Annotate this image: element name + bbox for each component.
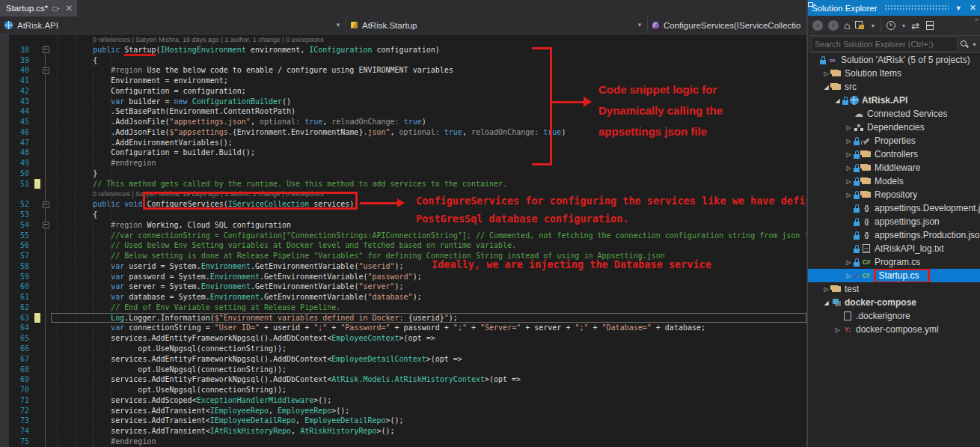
code-line-48[interactable]: 48 Configuration = builder.Build(); bbox=[0, 148, 806, 158]
tree-item-properties[interactable]: ▷Properties bbox=[808, 134, 980, 148]
breakpoint-margin[interactable] bbox=[0, 127, 9, 138]
breakpoint-margin[interactable] bbox=[0, 97, 9, 107]
tree-item-dockerignore[interactable]: .dockerignore bbox=[808, 309, 980, 323]
code-text[interactable]: // This method gets called by the runtim… bbox=[51, 179, 806, 189]
code-line-57[interactable]: 57 // Below setting is done at Release P… bbox=[0, 251, 806, 261]
toolbar-overflow-button[interactable]: » bbox=[975, 16, 979, 23]
breakpoint-margin[interactable] bbox=[0, 210, 9, 220]
breakpoint-margin[interactable] bbox=[0, 333, 9, 344]
code-text[interactable]: services.AddTransient<IEmployeeDetailRep… bbox=[51, 416, 806, 426]
code-text[interactable]: 0 references | Satyen Mishra, 19 days ag… bbox=[51, 34, 806, 45]
breakpoint-margin[interactable] bbox=[0, 55, 9, 66]
breakpoint-margin[interactable] bbox=[0, 158, 9, 168]
code-text[interactable]: #region Working, Cloud SQL configuration bbox=[51, 220, 806, 231]
tree-item-middleware[interactable]: ▷Middleware bbox=[808, 161, 980, 174]
expander-collapsed-icon[interactable]: ▷ bbox=[844, 124, 854, 131]
breakpoint-margin[interactable] bbox=[0, 138, 9, 148]
tree-item-startup-cs[interactable]: ▷✓C#Startup.cs bbox=[808, 269, 980, 282]
breakpoint-margin[interactable] bbox=[0, 189, 9, 199]
tree-item-solution-items[interactable]: ▷Solution Items bbox=[808, 67, 980, 80]
breakpoint-margin[interactable] bbox=[0, 86, 9, 97]
code-text[interactable]: // End of Env Variable setting at Releas… bbox=[51, 302, 806, 313]
code-text[interactable]: #endregion bbox=[51, 158, 806, 168]
sync-with-active-document-button[interactable]: ⇄ bbox=[911, 20, 919, 31]
tree-item-repository[interactable]: ▷Repository bbox=[808, 188, 980, 201]
tree-item-controllers[interactable]: ▷Controllers bbox=[808, 148, 980, 161]
project-dropdown[interactable]: AtRisk.API ▼ bbox=[0, 16, 346, 34]
solution-explorer-title-bar[interactable]: Solution Explorer ▼ ✕ bbox=[808, 0, 980, 16]
code-text[interactable]: services.AddTransient<IAtRiskHistoryRepo… bbox=[51, 426, 806, 437]
code-text[interactable]: 0 references | Satyen Mishra, 19 days ag… bbox=[51, 189, 806, 199]
code-line-55[interactable]: 55 //var connectionString = Configuratio… bbox=[0, 231, 806, 241]
code-text[interactable]: // Used below Env Setting variables at D… bbox=[51, 240, 806, 251]
code-text[interactable]: var userid = System.Environment.GetEnvir… bbox=[51, 261, 806, 272]
breakpoint-margin[interactable] bbox=[0, 416, 9, 426]
collapse-toggle-icon[interactable]: – bbox=[43, 222, 49, 228]
breakpoint-margin[interactable] bbox=[0, 65, 9, 76]
collapse-toggle-icon[interactable]: – bbox=[43, 67, 49, 74]
breakpoint-margin[interactable] bbox=[0, 374, 9, 385]
code-text[interactable]: services.AddEntityFrameworkNpgsql().AddD… bbox=[51, 354, 806, 365]
expander-expanded-icon[interactable]: ◢ bbox=[821, 84, 831, 91]
code-editor[interactable]: 0 references | Satyen Mishra, 19 days ag… bbox=[0, 34, 806, 447]
breakpoint-margin[interactable] bbox=[0, 45, 9, 55]
breakpoint-margin[interactable] bbox=[0, 106, 9, 117]
tree-item-appsettings-json[interactable]: {}appsettings.json bbox=[808, 215, 980, 228]
code-text[interactable]: services.AddTransient<IEmployeeRepo, Emp… bbox=[51, 406, 806, 416]
expander-collapsed-icon[interactable]: ▷ bbox=[844, 273, 854, 279]
expander-collapsed-icon[interactable]: ▷ bbox=[833, 326, 842, 333]
breakpoint-margin[interactable] bbox=[0, 323, 9, 333]
code-line-53[interactable]: 53 { bbox=[0, 210, 806, 220]
code-line-60[interactable]: 60 var server = System.Environment.GetEn… bbox=[0, 282, 806, 292]
breakpoint-margin[interactable] bbox=[0, 282, 9, 292]
code-line-40[interactable]: 40– #region Use the below code to enable… bbox=[0, 65, 806, 76]
tree-item-appsettings-production-json[interactable]: {}appsettings.Production.json bbox=[808, 228, 980, 242]
tree-item-src[interactable]: ◢src bbox=[808, 80, 980, 94]
tree-item-atrisk-api[interactable]: ◢AtRisk.API bbox=[808, 94, 980, 107]
breakpoint-margin[interactable] bbox=[0, 261, 9, 272]
code-line-75[interactable]: 75 #endregion bbox=[0, 437, 806, 447]
code-line-38[interactable]: 38– public Startup(IHostingEnvironment e… bbox=[0, 45, 806, 55]
expander-collapsed-icon[interactable]: ▷ bbox=[844, 138, 854, 145]
code-line-64[interactable]: 64 var connectionString = "User ID=" + u… bbox=[0, 323, 806, 333]
breakpoint-margin[interactable] bbox=[0, 385, 9, 395]
breakpoint-margin[interactable] bbox=[0, 426, 9, 437]
tree-item-docker-compose-yml[interactable]: ▷Y:docker-compose.yml bbox=[808, 323, 980, 336]
tree-item-atriskapi-log-txt[interactable]: AtRiskAPI_log.txt bbox=[808, 242, 980, 255]
collapse-all-button[interactable] bbox=[925, 21, 934, 30]
code-line-71[interactable]: 71 services.AddScoped<ExceptionHandlerMi… bbox=[0, 395, 806, 406]
pin-icon[interactable] bbox=[52, 4, 61, 12]
code-line-66[interactable]: 66 opt.UseNpgsql(connectionString)); bbox=[0, 344, 806, 354]
expander-collapsed-icon[interactable]: ▷ bbox=[844, 165, 854, 171]
codelens-row[interactable]: 0 references | Satyen Mishra, 19 days ag… bbox=[0, 34, 806, 45]
code-line-56[interactable]: 56 // Used below Env Setting variables a… bbox=[0, 240, 806, 251]
breakpoint-margin[interactable] bbox=[0, 437, 9, 447]
expander-collapsed-icon[interactable]: ▷ bbox=[844, 192, 854, 198]
expander-collapsed-icon[interactable]: ▷ bbox=[844, 151, 854, 158]
expander-collapsed-icon[interactable]: ▷ bbox=[821, 70, 831, 77]
expander-expanded-icon[interactable]: ◢ bbox=[833, 97, 842, 104]
code-text[interactable]: { bbox=[51, 210, 806, 220]
code-line-70[interactable]: 70 opt.UseNpgsql(connectionString)); bbox=[0, 385, 806, 395]
breakpoint-margin[interactable] bbox=[0, 251, 9, 261]
code-text[interactable]: Log.Logger.Information($"Environment var… bbox=[51, 313, 806, 323]
code-line-39[interactable]: 39 { bbox=[0, 55, 806, 66]
code-line-50[interactable]: 50 } bbox=[0, 168, 806, 179]
breakpoint-margin[interactable] bbox=[0, 220, 9, 231]
breakpoint-margin[interactable] bbox=[0, 313, 9, 323]
tree-item-appsettings-development-json[interactable]: {}appsettings.Development.json bbox=[808, 201, 980, 215]
tab-startup-cs[interactable]: Startup.cs* ✕ bbox=[0, 0, 77, 16]
code-text[interactable]: var server = System.Environment.GetEnvir… bbox=[51, 282, 806, 292]
code-line-61[interactable]: 61 var database = System.Environment.Get… bbox=[0, 292, 806, 302]
expander-collapsed-icon[interactable]: ▷ bbox=[844, 178, 854, 185]
code-text[interactable]: services.AddEntityFrameworkNpgsql().AddD… bbox=[51, 374, 806, 385]
code-line-65[interactable]: 65 services.AddEntityFrameworkNpgsql().A… bbox=[0, 333, 806, 344]
breakpoint-margin[interactable] bbox=[0, 344, 9, 354]
fold-margin[interactable]: – bbox=[40, 65, 51, 76]
code-text[interactable]: opt.UseNpgsql(connectionString)); bbox=[51, 385, 806, 395]
breakpoint-margin[interactable] bbox=[0, 292, 9, 302]
chevron-down-icon[interactable]: ▼ bbox=[870, 23, 875, 28]
tree-item-models[interactable]: ▷Models bbox=[808, 174, 980, 188]
breakpoint-margin[interactable] bbox=[0, 148, 9, 158]
chevron-down-icon[interactable]: ▼ bbox=[972, 42, 977, 47]
